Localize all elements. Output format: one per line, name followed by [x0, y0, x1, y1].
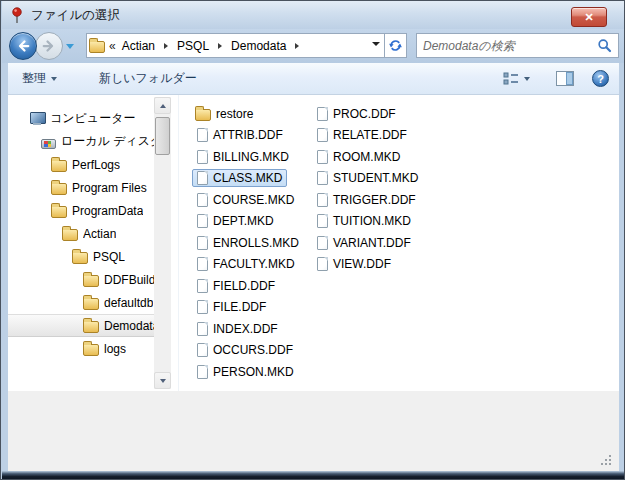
breadcrumb-item-label[interactable]: Actian: [120, 38, 157, 54]
file-item[interactable]: BILLING.MKD: [192, 146, 317, 168]
refresh-button[interactable]: [385, 33, 407, 58]
file-item-inner[interactable]: ROOM.MKD: [312, 148, 405, 166]
file-item[interactable]: VIEW.DDF: [312, 254, 437, 276]
file-item-inner[interactable]: VARIANT.DDF: [312, 234, 416, 252]
doc-icon: [317, 193, 328, 207]
file-item-inner[interactable]: COURSE.MKD: [192, 191, 299, 209]
file-item[interactable]: FILE.DDF: [192, 297, 317, 319]
doc-icon: [197, 128, 208, 142]
file-item[interactable]: restore: [192, 103, 317, 125]
organize-label: 整理: [22, 70, 46, 87]
file-item[interactable]: CLASS.MKD: [192, 168, 317, 190]
tree-item[interactable]: PSQL: [8, 245, 154, 268]
help-button[interactable]: ?: [592, 70, 609, 87]
doc-icon: [197, 257, 208, 271]
doc-icon: [317, 128, 328, 142]
command-toolbar: 整理 新しいフォルダー ?: [8, 63, 619, 95]
scroll-up-button[interactable]: [154, 97, 171, 114]
doc-icon: [197, 300, 208, 314]
tree-item[interactable]: Actian: [8, 222, 154, 245]
folder-icon: [51, 183, 67, 195]
file-item-inner[interactable]: FACULTY.MKD: [192, 255, 300, 273]
tree-scrollbar[interactable]: [154, 97, 171, 389]
resize-grip[interactable]: [599, 453, 611, 465]
file-item-inner[interactable]: FILE.DDF: [192, 298, 271, 316]
file-item-label: ENROLLS.MKD: [213, 236, 299, 250]
tree-item[interactable]: PerfLogs: [8, 153, 154, 176]
file-item-inner[interactable]: ATTRIB.DDF: [192, 126, 288, 144]
breadcrumb-segment[interactable]: PSQL: [175, 38, 229, 54]
file-item[interactable]: ATTRIB.DDF: [192, 125, 317, 147]
file-item[interactable]: RELATE.DDF: [312, 125, 437, 147]
navigation-bar: « Actian PSQL Demodata: [2, 29, 625, 63]
breadcrumb-segment[interactable]: Demodata: [229, 38, 306, 54]
file-item-inner[interactable]: STUDENT.MKD: [312, 169, 423, 187]
file-item-label: TRIGGER.DDF: [333, 193, 416, 207]
dialog-footer: ファイル名(N): すべてのファイル (*.*) 開く(O) キャンセル: [8, 391, 619, 473]
breadcrumb-overflow[interactable]: «: [109, 39, 116, 53]
file-item-label: FIELD.DDF: [213, 279, 275, 293]
file-item[interactable]: ENROLLS.MKD: [192, 232, 317, 254]
breadcrumb-item-label[interactable]: Demodata: [229, 38, 288, 54]
breadcrumb-item-label[interactable]: PSQL: [175, 38, 211, 54]
tree-item[interactable]: Demodata: [8, 314, 154, 337]
doc-icon: [317, 171, 328, 185]
titlebar: ファイルの選択 ✕: [2, 1, 625, 29]
file-item-inner[interactable]: TUITION.MKD: [312, 212, 416, 230]
file-item-inner[interactable]: ENROLLS.MKD: [192, 234, 304, 252]
tree-item-label: PSQL: [93, 250, 125, 264]
file-item-inner[interactable]: VIEW.DDF: [312, 255, 396, 273]
file-item[interactable]: TRIGGER.DDF: [312, 189, 437, 211]
file-item[interactable]: ROOM.MKD: [312, 146, 437, 168]
scroll-down-button[interactable]: [154, 372, 171, 389]
close-button[interactable]: ✕: [571, 7, 607, 27]
disk-icon: [41, 139, 56, 149]
file-item[interactable]: COURSE.MKD: [192, 189, 317, 211]
file-item-inner[interactable]: INDEX.DDF: [192, 320, 283, 338]
file-item[interactable]: INDEX.DDF: [192, 318, 317, 340]
address-dropdown-icon[interactable]: [372, 42, 380, 46]
back-button[interactable]: [9, 32, 37, 60]
file-item-inner[interactable]: DEPT.MKD: [192, 212, 279, 230]
forward-button[interactable]: [35, 32, 63, 60]
breadcrumb-separator-icon: [295, 43, 299, 49]
tree-item[interactable]: Program Files: [8, 176, 154, 199]
tree-item[interactable]: defaultdb: [8, 291, 154, 314]
tree-item[interactable]: logs: [8, 337, 154, 360]
file-item[interactable]: PROC.DDF: [312, 103, 437, 125]
file-item-inner[interactable]: PROC.DDF: [312, 105, 401, 123]
file-item-label: FACULTY.MKD: [213, 257, 295, 271]
file-item-inner[interactable]: TRIGGER.DDF: [312, 191, 421, 209]
tree-item[interactable]: ローカル ディスク: [8, 130, 154, 153]
search-icon[interactable]: [597, 38, 612, 53]
file-item[interactable]: OCCURS.DDF: [192, 340, 317, 362]
change-view-button[interactable]: [495, 68, 538, 90]
file-item-inner[interactable]: PERSON.MKD: [192, 363, 299, 381]
breadcrumb-segment[interactable]: Actian: [120, 38, 175, 54]
file-item[interactable]: FACULTY.MKD: [192, 254, 317, 276]
file-item[interactable]: TUITION.MKD: [312, 211, 437, 233]
tree-item[interactable]: DDFBuilder: [8, 268, 154, 291]
file-item[interactable]: STUDENT.MKD: [312, 168, 437, 190]
tree-item[interactable]: コンピューター: [8, 107, 154, 130]
new-folder-button[interactable]: 新しいフォルダー: [91, 66, 205, 91]
file-item-inner[interactable]: FIELD.DDF: [192, 277, 280, 295]
file-item[interactable]: FIELD.DDF: [192, 275, 317, 297]
breadcrumb[interactable]: « Actian PSQL Demodata: [86, 33, 385, 58]
file-item-inner[interactable]: CLASS.MKD: [192, 169, 287, 187]
scrollbar-thumb[interactable]: [155, 117, 170, 155]
search-input[interactable]: [417, 35, 597, 56]
file-item-inner[interactable]: RELATE.DDF: [312, 126, 412, 144]
file-item[interactable]: VARIANT.DDF: [312, 232, 437, 254]
file-item[interactable]: DEPT.MKD: [192, 211, 317, 233]
window-bottom-border: [2, 471, 625, 479]
file-item-inner[interactable]: OCCURS.DDF: [192, 341, 298, 359]
organize-button[interactable]: 整理: [14, 66, 65, 91]
file-item-inner[interactable]: restore: [192, 104, 258, 123]
folder-icon: [51, 206, 67, 218]
file-item[interactable]: PERSON.MKD: [192, 361, 317, 383]
tree-item[interactable]: ProgramData: [8, 199, 154, 222]
preview-pane-button[interactable]: [548, 67, 582, 90]
file-item-inner[interactable]: BILLING.MKD: [192, 148, 294, 166]
recent-pages-chevron-icon[interactable]: [66, 44, 74, 49]
